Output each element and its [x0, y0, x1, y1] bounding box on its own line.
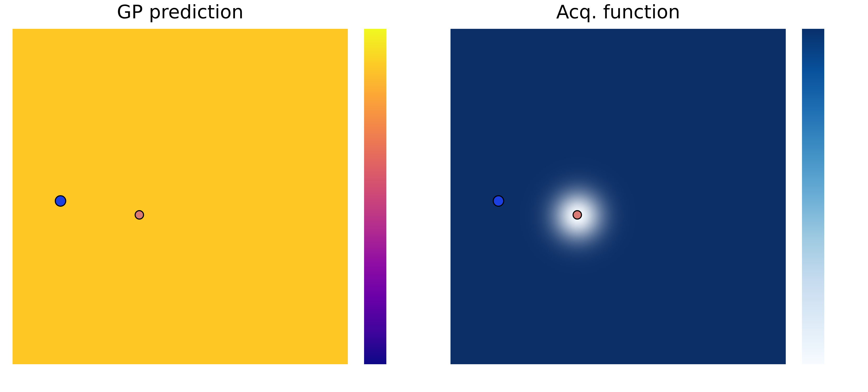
right-panel: [451, 29, 786, 364]
right-panel-title: Acq. function: [451, 0, 786, 24]
right-colorbar: [802, 29, 824, 364]
proposed-point-red-icon: [572, 210, 582, 219]
plasma-colorbar-icon: [364, 29, 386, 364]
blues-colorbar-icon: [802, 29, 824, 364]
left-colorbar: [364, 29, 386, 364]
context-point-blue-icon: [493, 195, 504, 207]
context-point-blue-icon: [55, 195, 66, 207]
svg-rect-1: [802, 29, 824, 364]
left-panel: [12, 29, 348, 364]
svg-rect-0: [364, 29, 386, 364]
proposed-point-red-icon: [135, 210, 144, 219]
left-panel-title: GP prediction: [12, 0, 348, 24]
figure-root: GP prediction: [0, 0, 868, 392]
